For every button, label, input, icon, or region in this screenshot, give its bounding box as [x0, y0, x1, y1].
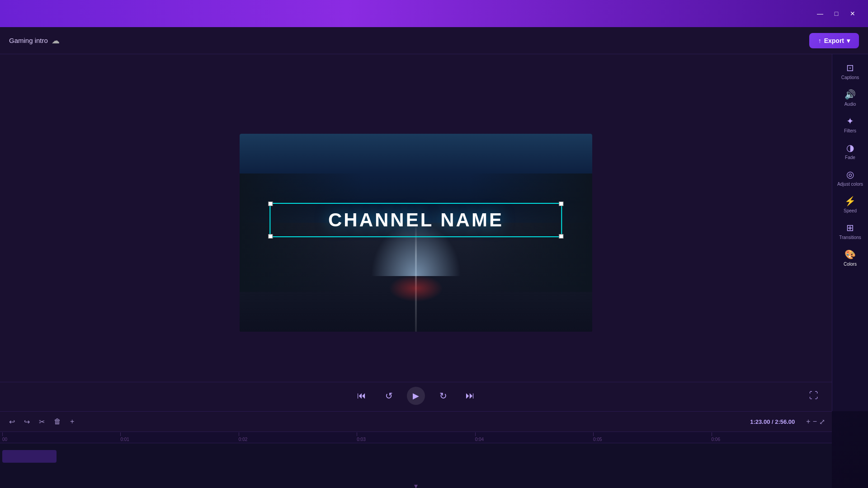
adjust-colors-icon: ◎: [846, 169, 854, 180]
add-clip-button[interactable]: +: [68, 415, 76, 428]
tool-audio[interactable]: 🔊 Audio: [835, 85, 866, 110]
maximize-button[interactable]: □: [830, 7, 843, 20]
tool-speed[interactable]: ⚡ Speed: [835, 192, 866, 217]
speed-icon: ⚡: [844, 196, 856, 206]
chevron-down-icon: ▾: [414, 482, 418, 488]
tool-transitions[interactable]: ⊞ Transitions: [835, 219, 866, 244]
video-player[interactable]: CHANNEL NAME: [240, 134, 592, 332]
tool-captions[interactable]: ⊡ Captions: [835, 59, 866, 84]
timeline-clip[interactable]: [2, 450, 57, 463]
tool-fade[interactable]: ◑ Fade: [835, 139, 866, 164]
handle-bottom-right[interactable]: [559, 234, 564, 239]
zoom-controls: + − ⤢: [806, 418, 825, 426]
ruler-mark-5: 0:05: [593, 432, 711, 443]
preview-area: CHANNEL NAME: [0, 54, 832, 411]
minimize-button[interactable]: —: [814, 7, 826, 20]
ruler-mark-0: 00: [2, 432, 120, 443]
total-time: 2:56.00: [775, 418, 795, 425]
tool-colors[interactable]: 🎨 Colors: [835, 245, 866, 270]
zoom-out-button[interactable]: −: [813, 418, 817, 426]
timeline-area: ↩ ↪ ✂ 🗑 + 1:23.00 / 2:56.00 + − ⤢ 00 0:0…: [0, 411, 832, 488]
tool-adjust-colors[interactable]: ◎ Adjust colors: [835, 165, 866, 190]
export-icon: ↑: [818, 37, 821, 44]
colors-label: Colors: [844, 262, 857, 267]
ruler-marks: 00 0:01 0:02 0:03 0:04 0:05 0:06: [2, 432, 830, 443]
captions-label: Captions: [841, 75, 859, 80]
window-controls: — □ ✕: [814, 7, 859, 20]
expand-timeline-button[interactable]: ⤢: [819, 418, 825, 426]
cut-button[interactable]: ✂: [37, 415, 47, 428]
handle-top-right[interactable]: [559, 202, 564, 206]
filters-icon: ✦: [846, 116, 854, 127]
filters-label: Filters: [844, 128, 856, 133]
timeline-toolbar: ↩ ↪ ✂ 🗑 + 1:23.00 / 2:56.00 + − ⤢: [0, 412, 832, 432]
project-title: Gaming intro: [9, 37, 48, 44]
right-sidebar: ⊡ Captions 🔊 Audio ✦ Filters ◑ Fade ◎ Ad…: [832, 54, 868, 411]
handle-bottom-left[interactable]: [268, 234, 273, 239]
current-time: 1:23.00: [750, 418, 770, 425]
handle-top-left[interactable]: [268, 202, 273, 206]
colors-icon: 🎨: [844, 249, 856, 260]
skip-forward-button[interactable]: ⏭: [461, 387, 479, 405]
timeline-ruler: 00 0:01 0:02 0:03 0:04 0:05 0:06: [0, 432, 832, 443]
export-button[interactable]: ↑ Export ▾: [809, 33, 859, 48]
cloud-save-icon[interactable]: ☁: [52, 36, 60, 46]
ruler-mark-1: 0:01: [120, 432, 238, 443]
adjust-colors-label: Adjust colors: [837, 182, 863, 187]
redo-button[interactable]: ↪: [22, 415, 32, 428]
delete-button[interactable]: 🗑: [52, 415, 63, 428]
transitions-icon: ⊞: [846, 222, 854, 233]
project-title-area: Gaming intro ☁: [9, 36, 60, 46]
time-display: 1:23.00 / 2:56.00: [750, 418, 795, 425]
ruler-mark-6: 0:06: [712, 432, 830, 443]
fade-label: Fade: [845, 155, 855, 160]
ruler-mark-4: 0:04: [475, 432, 593, 443]
skip-back-button[interactable]: ⏮: [353, 387, 371, 405]
audio-icon: 🔊: [844, 89, 856, 100]
zoom-in-button[interactable]: +: [806, 418, 810, 426]
export-dropdown-icon: ▾: [847, 37, 850, 44]
fullscreen-button[interactable]: ⛶: [805, 387, 823, 405]
speed-label: Speed: [844, 208, 857, 213]
title-bar: — □ ✕: [0, 0, 868, 27]
timeline-expand-area[interactable]: ▾: [0, 479, 832, 488]
playback-controls: ⏮ ↺ ▶ ↻ ⏭ ⛶: [0, 382, 832, 409]
transitions-label: Transitions: [839, 235, 861, 240]
ruler-mark-3: 0:03: [357, 432, 475, 443]
timeline-track[interactable]: [0, 443, 832, 479]
audio-label: Audio: [844, 102, 856, 107]
app-header: Gaming intro ☁ ↑ Export ▾: [0, 27, 868, 54]
ruler-mark-2: 0:02: [239, 432, 357, 443]
undo-button[interactable]: ↩: [7, 415, 17, 428]
car-glow: [389, 275, 443, 302]
play-button[interactable]: ▶: [407, 387, 425, 405]
rewind-button[interactable]: ↺: [380, 387, 398, 405]
fade-icon: ◑: [846, 142, 854, 153]
tool-filters[interactable]: ✦ Filters: [835, 112, 866, 137]
forward-button[interactable]: ↻: [434, 387, 452, 405]
text-overlay[interactable]: CHANNEL NAME: [269, 203, 562, 237]
close-button[interactable]: ✕: [846, 7, 859, 20]
channel-name-text[interactable]: CHANNEL NAME: [328, 209, 504, 231]
captions-icon: ⊡: [846, 62, 854, 73]
